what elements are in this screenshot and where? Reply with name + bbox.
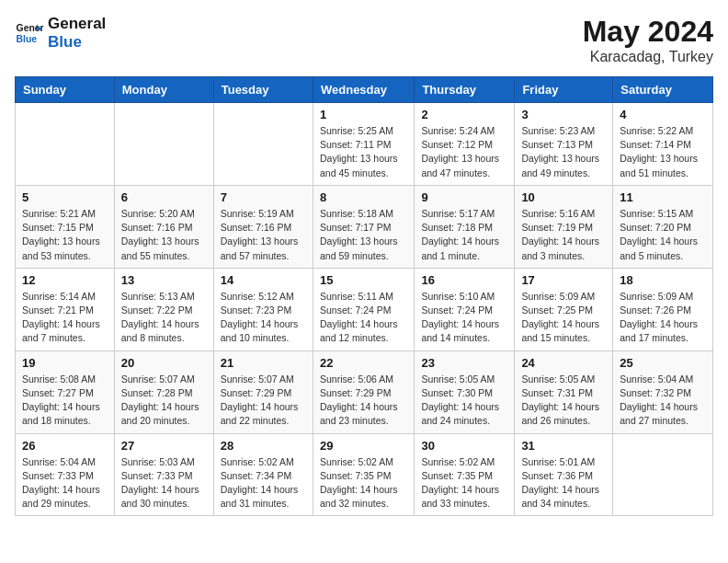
day-number: 25 <box>620 356 706 370</box>
col-thursday: Thursday <box>415 77 515 103</box>
table-row: 12Sunrise: 5:14 AM Sunset: 7:21 PM Dayli… <box>16 268 115 350</box>
day-number: 29 <box>320 439 407 453</box>
day-info: Sunrise: 5:02 AM Sunset: 7:34 PM Dayligh… <box>221 455 306 511</box>
day-info: Sunrise: 5:23 AM Sunset: 7:13 PM Dayligh… <box>521 124 606 180</box>
day-info: Sunrise: 5:05 AM Sunset: 7:31 PM Dayligh… <box>521 373 606 429</box>
day-info: Sunrise: 5:07 AM Sunset: 7:28 PM Dayligh… <box>121 373 207 429</box>
day-number: 14 <box>221 273 306 287</box>
table-row: 17Sunrise: 5:09 AM Sunset: 7:25 PM Dayli… <box>515 268 613 350</box>
calendar-week-row: 12Sunrise: 5:14 AM Sunset: 7:21 PM Dayli… <box>16 268 713 350</box>
day-info: Sunrise: 5:04 AM Sunset: 7:33 PM Dayligh… <box>22 455 108 511</box>
calendar-week-row: 1Sunrise: 5:25 AM Sunset: 7:11 PM Daylig… <box>16 103 713 186</box>
day-number: 3 <box>521 108 606 121</box>
day-number: 31 <box>521 439 606 453</box>
day-number: 13 <box>121 273 207 287</box>
day-number: 5 <box>22 190 108 204</box>
table-row: 21Sunrise: 5:07 AM Sunset: 7:29 PM Dayli… <box>213 350 313 433</box>
day-number: 27 <box>121 439 207 453</box>
table-row: 4Sunrise: 5:22 AM Sunset: 7:14 PM Daylig… <box>613 103 713 186</box>
table-row: 26Sunrise: 5:04 AM Sunset: 7:33 PM Dayli… <box>16 433 115 516</box>
day-number: 22 <box>320 356 407 370</box>
col-saturday: Saturday <box>613 77 713 103</box>
calendar-header-row: Sunday Monday Tuesday Wednesday Thursday… <box>16 77 713 103</box>
table-row: 7Sunrise: 5:19 AM Sunset: 7:16 PM Daylig… <box>213 185 313 268</box>
table-row <box>16 103 115 186</box>
logo-icon: General Blue <box>15 18 44 48</box>
table-row <box>114 103 213 186</box>
col-sunday: Sunday <box>16 77 115 103</box>
day-info: Sunrise: 5:14 AM Sunset: 7:21 PM Dayligh… <box>22 290 108 346</box>
table-row: 5Sunrise: 5:21 AM Sunset: 7:15 PM Daylig… <box>16 185 115 268</box>
page-header: General Blue General Blue May 2024 Karac… <box>15 15 713 65</box>
day-info: Sunrise: 5:04 AM Sunset: 7:32 PM Dayligh… <box>620 373 706 429</box>
col-tuesday: Tuesday <box>213 77 313 103</box>
day-info: Sunrise: 5:09 AM Sunset: 7:25 PM Dayligh… <box>521 290 606 346</box>
day-number: 26 <box>22 439 108 453</box>
table-row: 1Sunrise: 5:25 AM Sunset: 7:11 PM Daylig… <box>313 103 414 186</box>
day-number: 28 <box>221 439 306 453</box>
day-info: Sunrise: 5:22 AM Sunset: 7:14 PM Dayligh… <box>620 124 706 180</box>
day-number: 1 <box>320 108 407 121</box>
svg-text:Blue: Blue <box>17 34 38 44</box>
table-row <box>613 433 713 516</box>
table-row: 15Sunrise: 5:11 AM Sunset: 7:24 PM Dayli… <box>313 268 414 350</box>
table-row: 2Sunrise: 5:24 AM Sunset: 7:12 PM Daylig… <box>415 103 515 186</box>
day-info: Sunrise: 5:06 AM Sunset: 7:29 PM Dayligh… <box>320 373 407 429</box>
table-row: 25Sunrise: 5:04 AM Sunset: 7:32 PM Dayli… <box>613 350 713 433</box>
day-number: 24 <box>521 356 606 370</box>
day-number: 16 <box>421 273 507 287</box>
logo: General Blue General Blue <box>15 15 106 52</box>
table-row: 11Sunrise: 5:15 AM Sunset: 7:20 PM Dayli… <box>613 185 713 268</box>
day-info: Sunrise: 5:15 AM Sunset: 7:20 PM Dayligh… <box>620 207 706 263</box>
table-row: 16Sunrise: 5:10 AM Sunset: 7:24 PM Dayli… <box>415 268 515 350</box>
day-number: 17 <box>521 273 606 287</box>
table-row: 28Sunrise: 5:02 AM Sunset: 7:34 PM Dayli… <box>213 433 313 516</box>
table-row: 22Sunrise: 5:06 AM Sunset: 7:29 PM Dayli… <box>313 350 414 433</box>
calendar-week-row: 5Sunrise: 5:21 AM Sunset: 7:15 PM Daylig… <box>16 185 713 268</box>
logo-blue-text: Blue <box>48 33 106 52</box>
table-row: 24Sunrise: 5:05 AM Sunset: 7:31 PM Dayli… <box>515 350 613 433</box>
day-number: 10 <box>521 190 606 204</box>
day-info: Sunrise: 5:10 AM Sunset: 7:24 PM Dayligh… <box>421 290 507 346</box>
calendar-week-row: 19Sunrise: 5:08 AM Sunset: 7:27 PM Dayli… <box>16 350 713 433</box>
day-number: 11 <box>620 190 706 204</box>
day-number: 15 <box>320 273 407 287</box>
day-info: Sunrise: 5:21 AM Sunset: 7:15 PM Dayligh… <box>22 207 108 263</box>
day-number: 19 <box>22 356 108 370</box>
day-info: Sunrise: 5:24 AM Sunset: 7:12 PM Dayligh… <box>421 124 507 180</box>
day-number: 12 <box>22 273 108 287</box>
day-number: 6 <box>121 190 207 204</box>
logo-general-text: General <box>48 15 106 33</box>
table-row: 14Sunrise: 5:12 AM Sunset: 7:23 PM Dayli… <box>213 268 313 350</box>
day-info: Sunrise: 5:01 AM Sunset: 7:36 PM Dayligh… <box>521 455 606 511</box>
day-info: Sunrise: 5:17 AM Sunset: 7:18 PM Dayligh… <box>421 207 507 263</box>
day-info: Sunrise: 5:03 AM Sunset: 7:33 PM Dayligh… <box>121 455 207 511</box>
day-info: Sunrise: 5:20 AM Sunset: 7:16 PM Dayligh… <box>121 207 207 263</box>
calendar-week-row: 26Sunrise: 5:04 AM Sunset: 7:33 PM Dayli… <box>16 433 713 516</box>
table-row: 6Sunrise: 5:20 AM Sunset: 7:16 PM Daylig… <box>114 185 213 268</box>
day-info: Sunrise: 5:25 AM Sunset: 7:11 PM Dayligh… <box>320 124 407 180</box>
day-number: 21 <box>221 356 306 370</box>
day-number: 4 <box>620 108 706 121</box>
table-row: 3Sunrise: 5:23 AM Sunset: 7:13 PM Daylig… <box>515 103 613 186</box>
table-row <box>213 103 313 186</box>
table-row: 10Sunrise: 5:16 AM Sunset: 7:19 PM Dayli… <box>515 185 613 268</box>
day-info: Sunrise: 5:09 AM Sunset: 7:26 PM Dayligh… <box>620 290 706 346</box>
table-row: 29Sunrise: 5:02 AM Sunset: 7:35 PM Dayli… <box>313 433 414 516</box>
day-info: Sunrise: 5:18 AM Sunset: 7:17 PM Dayligh… <box>320 207 407 263</box>
table-row: 18Sunrise: 5:09 AM Sunset: 7:26 PM Dayli… <box>613 268 713 350</box>
calendar-table: Sunday Monday Tuesday Wednesday Thursday… <box>15 76 713 516</box>
col-monday: Monday <box>114 77 213 103</box>
day-info: Sunrise: 5:02 AM Sunset: 7:35 PM Dayligh… <box>320 455 407 511</box>
table-row: 19Sunrise: 5:08 AM Sunset: 7:27 PM Dayli… <box>16 350 115 433</box>
table-row: 13Sunrise: 5:13 AM Sunset: 7:22 PM Dayli… <box>114 268 213 350</box>
table-row: 8Sunrise: 5:18 AM Sunset: 7:17 PM Daylig… <box>313 185 414 268</box>
col-friday: Friday <box>515 77 613 103</box>
month-title: May 2024 <box>583 15 713 49</box>
day-number: 23 <box>421 356 507 370</box>
title-block: May 2024 Karacadag, Turkey <box>583 15 713 65</box>
table-row: 27Sunrise: 5:03 AM Sunset: 7:33 PM Dayli… <box>114 433 213 516</box>
day-number: 7 <box>221 190 306 204</box>
day-number: 2 <box>421 108 507 121</box>
day-info: Sunrise: 5:05 AM Sunset: 7:30 PM Dayligh… <box>421 373 507 429</box>
